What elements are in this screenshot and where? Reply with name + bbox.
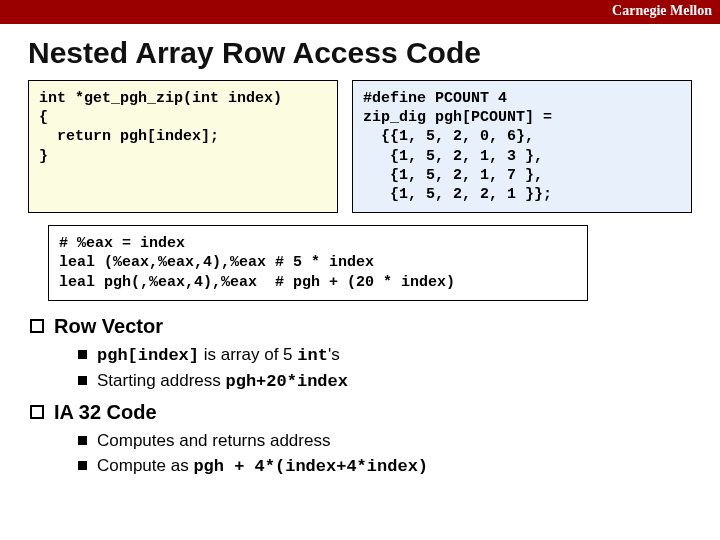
text-span: Starting address [97,371,226,390]
code-span: pgh + 4*(index+4*index) [193,457,428,476]
bullet-square-icon [78,436,87,445]
bullet-item: Compute as pgh + 4*(index+4*index) [78,453,692,480]
asm-box: # %eax = index leal (%eax,%eax,4),%eax #… [48,225,588,301]
brand-label: Carnegie Mellon [612,3,712,19]
section-row-vector: Row Vector [30,315,692,338]
code-span: int [297,346,328,365]
code-span: pgh+20*index [226,372,348,391]
text-span: Compute as [97,456,193,475]
bullet-list: Row Vector pgh[index] is array of 5 int'… [28,315,692,480]
text-span: Computes and returns address [97,431,330,450]
section-title: Row Vector [54,315,163,338]
bullet-item: Starting address pgh+20*index [78,368,692,395]
c-source-box: int *get_pgh_zip(int index) { return pgh… [28,80,338,213]
bullet-square-icon [78,461,87,470]
slide-title: Nested Array Row Access Code [28,36,692,70]
text-span: is array of 5 [199,345,297,364]
slide-body: Nested Array Row Access Code int *get_pg… [0,24,720,480]
text-span: 's [328,345,340,364]
bullet-hollow-icon [30,319,44,333]
code-row: int *get_pgh_zip(int index) { return pgh… [28,80,692,213]
asm-wrap: # %eax = index leal (%eax,%eax,4),%eax #… [28,225,692,301]
bullet-item: pgh[index] is array of 5 int's [78,342,692,369]
define-box: #define PCOUNT 4 zip_dig pgh[PCOUNT] = {… [352,80,692,213]
bullet-square-icon [78,376,87,385]
code-span: pgh[index] [97,346,199,365]
section-title: IA 32 Code [54,401,157,424]
bullet-square-icon [78,350,87,359]
bullet-item: Computes and returns address [78,428,692,454]
title-bar: Carnegie Mellon [0,0,720,24]
bullet-hollow-icon [30,405,44,419]
section-ia32: IA 32 Code [30,401,692,424]
